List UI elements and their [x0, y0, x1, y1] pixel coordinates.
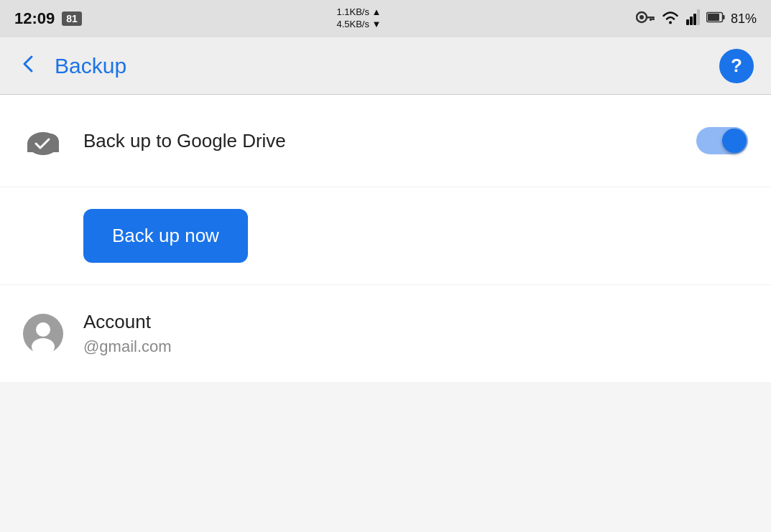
network-down: 4.5KB/s ▼ [336, 19, 381, 31]
page-title: Backup [55, 54, 719, 78]
svg-rect-3 [652, 18, 655, 20]
account-row: Account @gmail.com [0, 285, 771, 382]
battery-icon [706, 11, 725, 27]
svg-rect-8 [693, 14, 696, 25]
backup-toggle[interactable] [696, 127, 748, 154]
svg-point-19 [36, 322, 50, 337]
account-icon [23, 314, 63, 354]
help-icon: ? [731, 55, 742, 77]
network-up: 1.1KB/s ▲ [336, 6, 381, 19]
notification-badge: 81 [62, 11, 82, 26]
account-label: Account [83, 311, 172, 333]
status-network: 1.1KB/s ▲ 4.5KB/s ▼ [336, 6, 381, 31]
gdrive-backup-row: Back up to Google Drive [0, 95, 771, 187]
back-button[interactable] [17, 52, 40, 79]
key-icon [636, 11, 655, 27]
account-email: @gmail.com [83, 337, 172, 356]
svg-point-1 [640, 15, 644, 19]
gdrive-label: Back up to Google Drive [83, 130, 696, 152]
svg-rect-7 [690, 17, 693, 25]
svg-rect-4 [650, 18, 652, 21]
cloud-check-icon [23, 121, 63, 161]
content: Back up to Google Drive Back up now Acco… [0, 95, 771, 382]
toolbar: Backup ? [0, 37, 771, 95]
backup-now-button[interactable]: Back up now [83, 209, 248, 263]
backup-now-section: Back up now [0, 187, 771, 285]
status-bar: 12:09 81 1.1KB/s ▲ 4.5KB/s ▼ [0, 0, 771, 37]
svg-rect-6 [686, 19, 689, 25]
svg-point-5 [669, 21, 672, 24]
status-time: 12:09 [14, 9, 55, 28]
help-button[interactable]: ? [719, 49, 754, 83]
wifi-icon [660, 9, 680, 29]
status-left: 12:09 81 [14, 9, 82, 28]
svg-rect-17 [27, 148, 59, 152]
toggle-thumb [722, 129, 747, 153]
svg-rect-12 [708, 14, 719, 21]
battery-percent: 81% [731, 11, 757, 27]
svg-rect-11 [722, 15, 724, 19]
account-info: Account @gmail.com [83, 311, 172, 356]
signal-icon [686, 9, 701, 29]
status-right: 81% [636, 9, 757, 29]
svg-rect-2 [646, 17, 655, 19]
svg-rect-9 [697, 9, 700, 25]
